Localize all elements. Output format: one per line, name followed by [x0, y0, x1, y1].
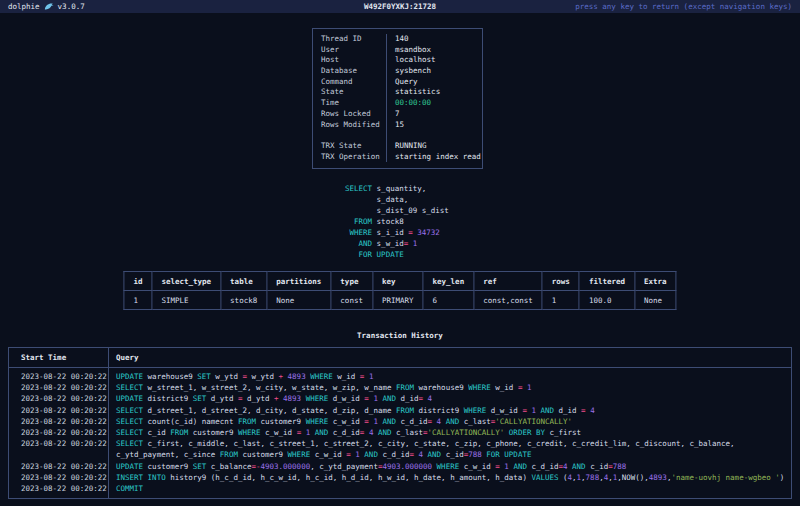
- thread-field-row: Time00:00:00: [313, 98, 482, 109]
- thread-field-value: starting index read: [386, 152, 482, 163]
- sql-token-pl: c_w_id: [261, 428, 297, 437]
- sql-token-kw: AND: [540, 406, 554, 415]
- thread-field-value: localhost: [386, 55, 482, 66]
- explain-data-cell: stock8: [221, 291, 267, 310]
- sql-token-kw: FOR UPDATE: [486, 450, 531, 459]
- history-row-line: 2023-08-22 00:20:22UPDATE warehouse9 SET…: [9, 371, 791, 382]
- explain-header-cell: Extra: [635, 272, 677, 291]
- sql-token-kw: WHERE: [288, 450, 311, 459]
- explain-header-cell: ref: [474, 272, 543, 291]
- explain-data-cell: 1: [542, 291, 579, 310]
- explain-header-row: idselect_typetablepartitionstypekeykey_l…: [124, 272, 676, 291]
- history-query: SELECT d_street_1, d_street_2, d_city, d…: [108, 405, 595, 416]
- sql-token-kw: ORDER BY: [509, 428, 545, 437]
- sql-token-pl: c_first, c_middle, c_last, c_street_1, c…: [143, 439, 735, 448]
- sql-token-num: 4893: [649, 473, 667, 482]
- history-query: UPDATE warehouse9 SET w_ytd = w_ytd + 48…: [108, 371, 373, 382]
- thread-field-label: User: [313, 45, 386, 56]
- sql-token-kw: AND: [446, 417, 460, 426]
- sql-token-pl: d_street_1, d_street_2, d_city, d_state,…: [143, 406, 396, 415]
- query-sql-line: SELECT s_quantity,: [345, 183, 449, 194]
- sql-token-pl: d_w_id: [486, 406, 522, 415]
- sql-token-pl: c_first: [545, 428, 581, 437]
- sql-token-kw: AND: [378, 428, 392, 437]
- sql-token-pl: d_ytd: [242, 394, 274, 403]
- sql-token-op: =-: [251, 462, 260, 471]
- query-sql-line: s_dist_09 s_dist: [345, 205, 449, 216]
- sql-token-pl: district9: [414, 406, 464, 415]
- sql-token-kw: AND: [382, 417, 396, 426]
- sql-token-pl: c_d_id: [328, 428, 360, 437]
- sql-token-kw: WHERE: [306, 417, 329, 426]
- explain-header-cell: key: [372, 272, 423, 291]
- explain-header-cell: key_len: [423, 272, 474, 291]
- history-start-time: 2023-08-22 00:20:22: [9, 427, 108, 438]
- history-row-line: 2023-08-22 00:20:22COMMIT: [9, 483, 791, 494]
- sql-token-num: 1: [413, 239, 418, 248]
- sql-token-kw: WHERE: [310, 372, 333, 381]
- sql-token-pl: district9: [143, 394, 193, 403]
- sql-token-pl: d_w_id: [328, 394, 364, 403]
- sql-token-pl: [345, 217, 354, 226]
- history-start-time: 2023-08-22 00:20:22: [9, 382, 108, 393]
- sql-token-num: 1: [369, 372, 374, 381]
- explain-table: idselect_typetablepartitionstypekeykey_l…: [123, 271, 676, 310]
- sql-token-kw: FROM: [170, 428, 188, 437]
- thread-field-value: 140: [386, 34, 482, 45]
- query-sql-line: s_data,: [345, 194, 449, 205]
- sql-token-kw: AND: [315, 428, 329, 437]
- sql-token-str: 'name-uovhj name-wgbeo ': [671, 473, 779, 482]
- sql-token-pl: s_quantity,: [372, 184, 426, 193]
- sql-token-kw: COMMIT: [116, 484, 143, 493]
- thread-field-label: TRX Operation: [313, 152, 386, 163]
- thread-field-label: Database: [313, 66, 386, 77]
- thread-field-label: State: [313, 87, 386, 98]
- sql-token-kw: UPDATE: [116, 462, 143, 471]
- sql-token-pl: c_d_id: [527, 462, 559, 471]
- history-start-time: 2023-08-22 00:20:22: [9, 483, 108, 494]
- sql-token-num: 4903.000000: [382, 462, 432, 471]
- thread-panel-rows: Thread ID140UsermsandboxHostlocalhostDat…: [313, 34, 482, 162]
- sql-token-kw: WHERE: [464, 406, 487, 415]
- sql-token-pl: w_ytd: [247, 372, 279, 381]
- sql-token-pl: c_balance: [206, 462, 251, 471]
- sql-token-kw: SET: [193, 462, 207, 471]
- thread-field-label: Thread ID: [313, 34, 386, 45]
- sql-token-kw: WHERE: [437, 462, 460, 471]
- explain-data-cell: 100.0: [579, 291, 634, 310]
- sql-token-pl: customer9: [238, 450, 288, 459]
- transaction-history-panel[interactable]: Start Time Query 2023-08-22 00:20:22UPDA…: [8, 347, 792, 499]
- explain-data-row: 1SIMPLEstock8NoneconstPRIMARY6const,cons…: [124, 291, 676, 310]
- thread-field-label: Rows Modified: [313, 120, 386, 131]
- history-start-time: [9, 449, 108, 460]
- history-query: INSERT INTO history9 (h_c_d_id, h_c_w_id…: [108, 472, 784, 483]
- query-sql-line: AND s_w_id= 1: [345, 238, 449, 249]
- sql-token-num: 4893: [288, 372, 306, 381]
- sql-token-pl: w_id: [333, 372, 360, 381]
- history-query: c_ytd_payment, c_since FROM customer9 WH…: [108, 449, 531, 460]
- thread-field-row: CommandQuery: [313, 77, 482, 88]
- history-query: COMMIT: [108, 483, 143, 494]
- thread-field-label: TRX State: [313, 141, 386, 152]
- explain-header-cell: partitions: [267, 272, 331, 291]
- sql-token-pl: customer9: [256, 417, 306, 426]
- sql-token-kw: FROM: [220, 450, 238, 459]
- sql-token-num: 788: [613, 462, 627, 471]
- thread-field-value: 00:00:00: [386, 98, 482, 109]
- sql-token-kw: WHERE: [238, 428, 261, 437]
- history-start-time: 2023-08-22 00:20:22: [9, 472, 108, 483]
- sql-token-kw: FROM: [396, 406, 414, 415]
- history-row-line: 2023-08-22 00:20:22SELECT w_street_1, w_…: [9, 382, 791, 393]
- sql-token-num: 4: [590, 406, 595, 415]
- thread-field-row: Rows Locked7: [313, 109, 482, 120]
- sql-token-num: 1: [527, 383, 532, 392]
- sql-token-kw: SET: [197, 372, 211, 381]
- sql-token-pl: ): [780, 473, 785, 482]
- sql-token-pl: d_id: [554, 406, 581, 415]
- history-row-line: 2023-08-22 00:20:22SELECT c_first, c_mid…: [9, 438, 791, 449]
- sql-token-pl: c_d_id: [396, 417, 428, 426]
- sql-token-pl: w_ytd: [211, 372, 243, 381]
- sql-token-pl: s_w_id: [372, 239, 404, 248]
- sql-token-pl: s_i_id: [372, 228, 408, 237]
- sql-token-pl: count(c_id) namecnt: [143, 417, 238, 426]
